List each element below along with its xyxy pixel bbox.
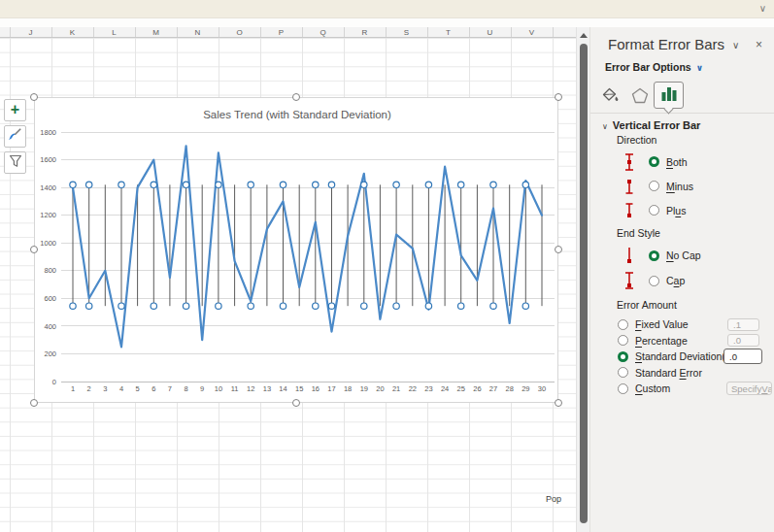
end-group: End StyleNo CapCap bbox=[590, 225, 774, 293]
radio-selected[interactable] bbox=[618, 351, 628, 362]
chart-selection-handle[interactable] bbox=[30, 399, 38, 407]
errorbar-selection-handle bbox=[425, 182, 431, 187]
radio-unselected[interactable] bbox=[618, 335, 628, 346]
effects-tab[interactable] bbox=[628, 85, 652, 109]
amount-group: Error AmountFixed Value.1Percentage.0Sta… bbox=[590, 297, 774, 397]
errorbar-selection-handle bbox=[522, 182, 528, 187]
chart-title[interactable]: Sales Trend (with Standard Deviation) bbox=[203, 109, 391, 120]
errorbar-selection-handle bbox=[86, 303, 92, 309]
errorbar-selection-handle bbox=[458, 182, 464, 187]
vertical-scrollbar[interactable] bbox=[576, 27, 589, 532]
standard-deviation-s--input[interactable]: .0 bbox=[724, 349, 762, 364]
x-axis-label: 26 bbox=[473, 384, 481, 393]
errorbar-selection-handle bbox=[328, 303, 334, 309]
radio-selected[interactable] bbox=[649, 156, 659, 167]
fill-line-tab[interactable] bbox=[599, 85, 623, 109]
option-minus[interactable]: Minus bbox=[590, 174, 774, 198]
errorbar-selection-handle bbox=[216, 182, 221, 187]
x-axis-label: 11 bbox=[231, 384, 239, 393]
errorbar-selection-handle bbox=[522, 303, 528, 309]
scroll-up-arrow-icon[interactable] bbox=[580, 33, 588, 38]
chart-selection-handle[interactable] bbox=[292, 399, 300, 407]
chart-selection-handle[interactable] bbox=[30, 246, 38, 253]
radio-unselected[interactable] bbox=[649, 205, 659, 216]
chart-elements-button[interactable]: + bbox=[4, 99, 26, 121]
excel-window: ∨ JKLMNOPQRSTUV Pop + 020040060080010001… bbox=[0, 0, 774, 532]
series-line[interactable] bbox=[73, 146, 542, 347]
radio-unselected[interactable] bbox=[649, 181, 659, 191]
column-header-N[interactable]: N bbox=[177, 27, 219, 38]
errorbar-selection-handle bbox=[151, 303, 156, 309]
option-standard-error[interactable]: Standard Error bbox=[590, 365, 774, 382]
column-header-U[interactable]: U bbox=[469, 27, 511, 38]
column-header-S[interactable]: S bbox=[386, 27, 427, 38]
column-header-O[interactable]: O bbox=[219, 27, 260, 38]
option-no-cap[interactable]: No Cap bbox=[590, 243, 774, 268]
option-plus[interactable]: Plus bbox=[590, 198, 774, 222]
option-fixed-value[interactable]: Fixed Value.1 bbox=[590, 316, 774, 333]
radio-unselected[interactable] bbox=[618, 367, 628, 378]
brush-icon bbox=[8, 127, 22, 146]
x-axis-label: 3 bbox=[103, 384, 107, 393]
errorbar-selection-handle bbox=[70, 182, 76, 187]
errorbar-selection-handle bbox=[490, 182, 496, 187]
errorbar-selection-handle bbox=[151, 182, 156, 187]
endstyle-cap-icon bbox=[623, 270, 636, 291]
x-axis-label: 6 bbox=[151, 384, 155, 393]
chart-selection-handle[interactable] bbox=[555, 93, 562, 101]
radio-unselected[interactable] bbox=[618, 319, 628, 330]
vertical-error-bar-section-header[interactable]: ∨Vertical Error Bar bbox=[602, 119, 700, 131]
option-both[interactable]: Both bbox=[590, 150, 774, 174]
errorbar-selection-handle bbox=[118, 303, 124, 309]
chart-selection-handle[interactable] bbox=[292, 93, 300, 101]
specify-value-button: Specify Value bbox=[726, 382, 772, 395]
x-axis-label: 16 bbox=[312, 384, 320, 393]
radio-selected[interactable] bbox=[649, 250, 659, 261]
x-axis-label: 8 bbox=[185, 384, 188, 393]
x-axis-label: 18 bbox=[344, 384, 352, 393]
chart-selection-handle[interactable] bbox=[30, 93, 38, 101]
option-standard-deviation-s-[interactable]: Standard Deviation(s).0 bbox=[590, 349, 774, 365]
clipped-cell-text[interactable]: Pop bbox=[546, 494, 561, 504]
pane-close-icon[interactable]: × bbox=[756, 38, 762, 51]
errorbar-selection-handle bbox=[118, 182, 124, 187]
column-header-L[interactable]: L bbox=[93, 27, 135, 38]
column-header-R[interactable]: R bbox=[344, 27, 386, 38]
error-bar-options-dropdown[interactable]: Error Bar Options∨ bbox=[605, 61, 703, 73]
column-header-P[interactable]: P bbox=[260, 27, 302, 38]
radio-unselected[interactable] bbox=[618, 383, 628, 394]
endstyle-nocap-icon bbox=[623, 245, 636, 266]
x-axis-label: 10 bbox=[215, 384, 222, 393]
chart[interactable]: 0200400600800100012001400160018001234567… bbox=[34, 97, 558, 403]
errorbar-selection-handle bbox=[248, 182, 253, 187]
column-header-V[interactable]: V bbox=[511, 27, 553, 38]
chart-selection-handle[interactable] bbox=[555, 246, 562, 253]
option-percentage[interactable]: Percentage.0 bbox=[590, 333, 774, 349]
option-custom[interactable]: CustomSpecify Value bbox=[590, 381, 774, 397]
chart-selection-handle[interactable] bbox=[555, 399, 562, 407]
pane-chevron-down-icon[interactable]: ∨ bbox=[732, 40, 739, 50]
chart-styles-button[interactable] bbox=[4, 125, 26, 148]
scrollbar-thumb[interactable] bbox=[580, 44, 588, 523]
ribbon-collapse-chevron-icon[interactable]: ∨ bbox=[759, 3, 766, 14]
errorbar-selection-handle bbox=[216, 303, 221, 309]
x-axis-label: 27 bbox=[489, 384, 497, 393]
column-header-K[interactable]: K bbox=[51, 27, 93, 38]
x-axis-label: 20 bbox=[376, 384, 384, 393]
errorbar-selection-handle bbox=[183, 182, 188, 187]
pentagon-icon bbox=[630, 86, 650, 108]
chart-filters-button[interactable] bbox=[4, 151, 26, 174]
option-cap[interactable]: Cap bbox=[590, 268, 774, 293]
column-header-Q[interactable]: Q bbox=[302, 27, 344, 38]
radio-unselected[interactable] bbox=[649, 276, 659, 286]
column-header-T[interactable]: T bbox=[427, 27, 469, 38]
option-label: Percentage bbox=[635, 335, 688, 347]
format-error-bars-pane: Format Error Bars ∨ × Error Bar Options∨… bbox=[589, 27, 774, 532]
x-axis-label: 25 bbox=[457, 384, 465, 393]
option-label: Custom bbox=[635, 382, 670, 394]
column-headers[interactable]: JKLMNOPQRSTUV bbox=[0, 27, 576, 38]
errorbar-selection-handle bbox=[313, 182, 319, 187]
column-header-J[interactable]: J bbox=[10, 27, 51, 38]
y-axis-label: 400 bbox=[44, 322, 56, 331]
column-header-M[interactable]: M bbox=[135, 27, 177, 38]
